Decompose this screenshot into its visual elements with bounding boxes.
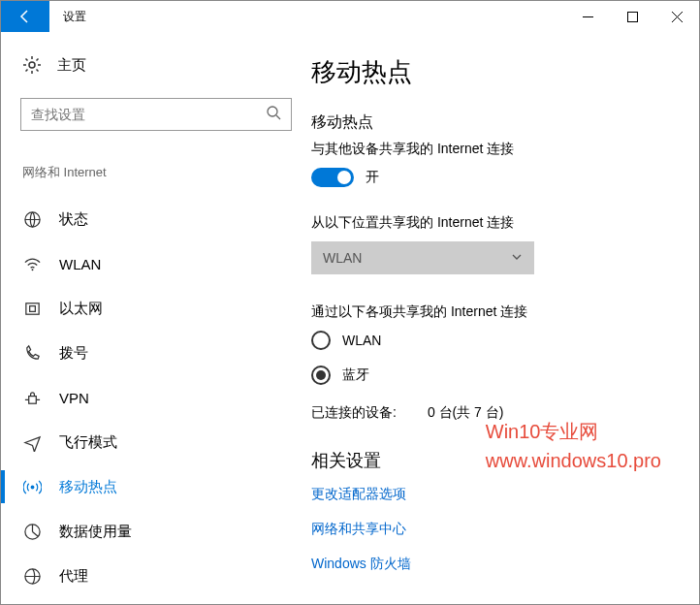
sidebar-item-proxy[interactable]: 代理 xyxy=(20,554,292,598)
sidebar-item-label: 飞行模式 xyxy=(59,433,117,452)
home-link[interactable]: 主页 xyxy=(22,55,292,75)
sidebar-item-ethernet[interactable]: 以太网 xyxy=(20,286,292,331)
svg-rect-7 xyxy=(28,396,36,403)
airplane-icon xyxy=(22,433,42,452)
hotspot-icon xyxy=(22,478,42,496)
sidebar-item-dialup[interactable]: 拨号 xyxy=(20,331,292,375)
search-box[interactable] xyxy=(20,98,292,131)
sidebar-item-label: 以太网 xyxy=(59,300,103,318)
svg-point-1 xyxy=(29,62,35,68)
home-label: 主页 xyxy=(57,56,86,75)
search-icon xyxy=(266,105,281,124)
page-title: 移动热点 xyxy=(311,55,699,89)
minimize-button[interactable] xyxy=(565,1,610,32)
toggle-description: 与其他设备共享我的 Internet 连接 xyxy=(311,141,699,158)
link-adapter-options[interactable]: 更改适配器选项 xyxy=(311,486,699,503)
proxy-icon xyxy=(22,567,42,586)
sidebar-item-vpn[interactable]: VPN xyxy=(20,375,292,420)
window-title: 设置 xyxy=(49,1,565,32)
sidebar-item-status[interactable]: 状态 xyxy=(20,197,292,241)
globe-icon xyxy=(22,210,42,229)
wifi-icon xyxy=(22,255,42,273)
maximize-button[interactable] xyxy=(610,1,654,32)
sidebar-item-label: 状态 xyxy=(59,210,88,229)
share-from-label: 从以下位置共享我的 Internet 连接 xyxy=(311,214,699,232)
gear-icon xyxy=(22,55,42,75)
category-label: 网络和 Internet xyxy=(22,164,292,181)
svg-rect-6 xyxy=(29,305,35,311)
svg-point-4 xyxy=(31,269,33,271)
toggle-state-label: 开 xyxy=(366,169,379,186)
sidebar-item-datausage[interactable]: 数据使用量 xyxy=(20,509,292,554)
share-over-label: 通过以下各项共享我的 Internet 连接 xyxy=(311,303,699,321)
related-settings-title: 相关设置 xyxy=(311,449,699,472)
back-button[interactable] xyxy=(1,1,49,32)
chevron-down-icon xyxy=(511,250,523,266)
vpn-icon xyxy=(22,389,42,407)
svg-point-2 xyxy=(268,107,277,116)
connected-devices-label: 已连接的设备: xyxy=(311,404,397,422)
sidebar-item-label: 代理 xyxy=(59,567,88,586)
radio-wlan[interactable]: WLAN xyxy=(311,331,699,350)
close-button[interactable] xyxy=(654,1,699,32)
svg-point-8 xyxy=(30,485,34,489)
radio-label: WLAN xyxy=(342,333,381,348)
sidebar-item-label: VPN xyxy=(59,390,89,406)
radio-icon xyxy=(311,331,331,350)
phone-icon xyxy=(22,344,42,363)
search-input[interactable] xyxy=(31,107,266,122)
svg-rect-5 xyxy=(25,302,38,313)
svg-rect-0 xyxy=(627,12,637,21)
sidebar-item-label: 移动热点 xyxy=(59,478,117,496)
sidebar-item-wlan[interactable]: WLAN xyxy=(20,241,292,286)
radio-icon xyxy=(311,366,331,385)
data-icon xyxy=(22,523,42,541)
link-firewall[interactable]: Windows 防火墙 xyxy=(311,556,699,573)
share-from-dropdown[interactable]: WLAN xyxy=(311,241,534,274)
link-sharing-center[interactable]: 网络和共享中心 xyxy=(311,521,699,538)
sidebar-item-airplane[interactable]: 飞行模式 xyxy=(20,420,292,464)
hotspot-toggle[interactable] xyxy=(311,168,354,187)
sidebar-item-label: 数据使用量 xyxy=(59,523,132,541)
radio-bluetooth[interactable]: 蓝牙 xyxy=(311,366,699,385)
radio-label: 蓝牙 xyxy=(342,366,369,384)
sidebar-item-label: WLAN xyxy=(59,256,101,272)
dropdown-value: WLAN xyxy=(323,250,362,266)
toggle-section-title: 移动热点 xyxy=(311,112,699,133)
sidebar-item-label: 拨号 xyxy=(59,344,88,363)
sidebar-item-hotspot[interactable]: 移动热点 xyxy=(20,464,292,509)
connected-devices-value: 0 台(共 7 台) xyxy=(428,404,504,422)
ethernet-icon xyxy=(22,300,42,318)
